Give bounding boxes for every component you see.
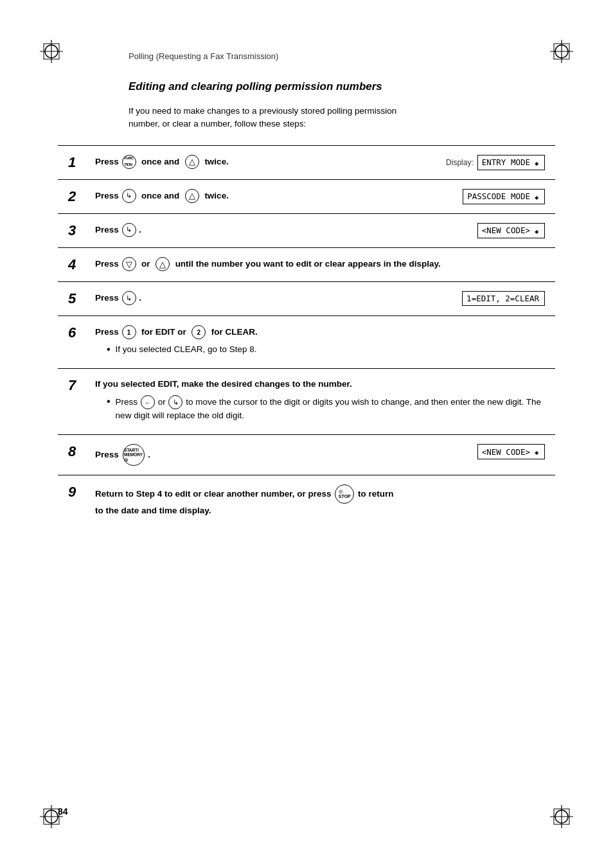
display-box-8: <NEW CODE> ⬥ [477,444,545,459]
step-8-number: 8 [68,444,89,459]
step-5-display: 1=EDIT, 2=CLEAR [429,291,545,306]
display-box-2: PASSCODE MODE ⬥ [463,189,545,204]
step-7-bullets: • Press ← or ↳ to move the cursor to the… [95,395,545,423]
display-box-1: ENTRY MODE ⬥ [477,155,545,170]
step-2-content: Press ↳ once and △ twice. [95,189,429,203]
display-arrow-2: ⬥ [534,191,539,202]
bullet-dot: • [107,343,111,357]
stop-button[interactable]: ☉STOP [335,484,354,504]
scroll-up-button-2[interactable]: △ [185,189,199,203]
dash-button-2[interactable]: ↳ [122,189,136,203]
bullet-dot-7: • [107,395,111,423]
step-1-row: 1 Press FUNCTION once and △ twice. Displ… [58,146,555,180]
function-button[interactable]: FUNCTION [122,155,136,169]
scroll-up-button-4[interactable]: △ [155,257,170,271]
step-2-display: PASSCODE MODE ⬥ [429,189,545,204]
step-7-row: 7 If you selected EDIT, make the desired… [58,369,555,435]
step-9-number: 9 [68,484,89,500]
page-number: 84 [58,806,68,817]
step-7-content: If you selected EDIT, make the desired c… [95,378,545,425]
display-arrow-3: ⬥ [534,226,539,236]
key-2-button[interactable]: 2 [191,325,206,339]
display-text-2: PASSCODE MODE [467,191,530,201]
step-8-content: Press START/MEMORY◎ . [95,444,429,466]
steps-container: 1 Press FUNCTION once and △ twice. Displ… [58,145,555,527]
step-2-number: 2 [68,189,89,204]
dash-button-3[interactable]: ↳ [122,223,136,237]
display-box-5: 1=EDIT, 2=CLEAR [462,291,545,306]
step-2-row: 2 Press ↳ once and △ twice. PASSCODE MOD… [58,180,555,214]
step-1-display: Display: ENTRY MODE ⬥ [429,155,545,170]
left-button-7[interactable]: ← [141,395,155,409]
display-text-3: <NEW CODE> [482,226,530,235]
step-6-bullets: • If you selected CLEAR, go to Step 8. [95,343,545,357]
display-text-8: <NEW CODE> [482,447,530,457]
step-1-number: 1 [68,155,89,170]
display-box-3: <NEW CODE> ⬥ [477,223,545,238]
section-title: Editing and clearing polling permission … [58,80,555,93]
display-text-1: ENTRY MODE [482,157,530,167]
step-6-row: 6 Press 1 for EDIT or 2 for CLEAR. • If … [58,316,555,369]
step-6-bullet-1: • If you selected CLEAR, go to Step 8. [107,343,545,357]
step-9-content: Return to Step 4 to edit or clear anothe… [95,484,394,518]
step-3-display: <NEW CODE> ⬥ [429,223,545,238]
step-6-bullet-text: If you selected CLEAR, go to Step 8. [116,343,257,357]
step-7-bullet-1: • Press ← or ↳ to move the cursor to the… [107,395,545,423]
step-3-row: 3 Press ↳ . <NEW CODE> ⬥ [58,214,555,248]
start-memory-button[interactable]: START/MEMORY◎ [123,444,145,466]
scroll-down-button-4[interactable]: ▽ [122,257,136,271]
dash-button-5[interactable]: ↳ [122,291,136,305]
right-button-7[interactable]: ↳ [168,395,182,409]
breadcrumb: Polling (Requesting a Fax Transmission) [58,51,555,61]
display-label: Display: [446,158,474,167]
step-7-bullet-text: Press ← or ↳ to move the cursor to the d… [116,395,545,423]
display-text-5: 1=EDIT, 2=CLEAR [466,294,539,303]
step-5-row: 5 Press ↳ . 1=EDIT, 2=CLEAR [58,282,555,316]
step-5-content: Press ↳ . [95,291,429,305]
step-8-row: 8 Press START/MEMORY◎ . <NEW CODE> ⬥ [58,435,555,475]
step-3-content: Press ↳ . [95,223,429,237]
step-4-content: Press ▽ or △ until the number you want t… [95,257,545,271]
scroll-up-button-1[interactable]: △ [185,155,199,169]
step-9-row: 9 Return to Step 4 to edit or clear anot… [58,475,555,527]
step-1-content: Press FUNCTION once and △ twice. [95,155,429,169]
display-arrow-1: ⬥ [534,157,539,168]
step-6-number: 6 [68,325,89,341]
step-4-row: 4 Press ▽ or △ until the number you want… [58,248,555,282]
key-1-button[interactable]: 1 [122,325,136,339]
step-7-number: 7 [68,378,89,393]
step-4-number: 4 [68,257,89,272]
display-arrow-8: ⬥ [534,447,539,457]
step-6-content: Press 1 for EDIT or 2 for CLEAR. • If yo… [95,325,545,359]
intro-paragraph: If you need to make changes to a previou… [58,105,555,131]
step-5-number: 5 [68,291,89,306]
step-3-number: 3 [68,223,89,238]
step-8-display: <NEW CODE> ⬥ [429,444,545,459]
